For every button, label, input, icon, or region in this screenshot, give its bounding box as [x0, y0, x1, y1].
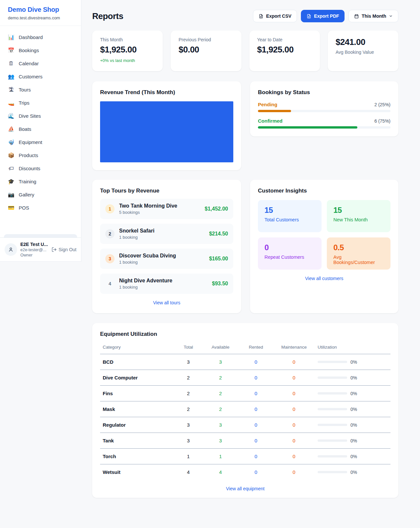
stat-label: Year to Date: [257, 37, 312, 42]
sidebar-item[interactable]: 📅 Bookings: [4, 44, 77, 56]
equipment-total: 1: [175, 449, 202, 464]
insight-tile: 0.5 Avg Bookings/Customer: [327, 237, 390, 270]
tour-list-item[interactable]: 3 Discover Scuba Diving 1 booking $165.0…: [100, 249, 233, 269]
tour-info: Discover Scuba Diving 1 booking: [119, 253, 204, 265]
equipment-total: 3: [175, 354, 202, 370]
sidebar-item[interactable]: 👥 Customers: [4, 71, 77, 83]
tour-list-item[interactable]: 1 Two Tank Morning Dive 5 bookings $1,45…: [100, 199, 233, 219]
sidebar-item[interactable]: 📷 Gallery: [4, 189, 77, 201]
equipment-maintenance: 0: [273, 370, 315, 386]
tour-bookings: 1 booking: [119, 235, 204, 240]
shop-name[interactable]: Demo Dive Shop: [8, 6, 73, 13]
revenue-trend-title: Revenue Trend (This Month): [100, 89, 233, 96]
equipment-available: 2: [202, 370, 239, 386]
user-email: e2e-tester@...: [20, 248, 48, 252]
insight-value: 15: [333, 206, 384, 215]
status-progress-fill: [258, 126, 357, 129]
status-row-header: Pending 2 (25%): [258, 102, 390, 107]
export-csv-button[interactable]: Export CSV: [253, 10, 297, 22]
tour-bookings: 5 bookings: [119, 210, 200, 215]
sidebar-item-label: Dive Sites: [19, 113, 41, 119]
sidebar: Demo Dive Shop demo.test.divestreams.com…: [0, 0, 81, 262]
equipment-maintenance: 0: [273, 433, 315, 449]
sidebar-item[interactable]: 🌊 Dive Sites: [4, 110, 77, 122]
insight-value: 0: [264, 243, 315, 252]
revenue-trend-card: Revenue Trend (This Month): [92, 81, 241, 170]
equipment-utilization-cell: 0%: [315, 386, 390, 401]
tour-rank-badge: 2: [105, 229, 115, 238]
status-count: 6 (75%): [374, 118, 390, 124]
equipment-maintenance: 0: [273, 386, 315, 401]
sign-out-button[interactable]: Sign Out: [52, 247, 76, 252]
utilization-progress-track: [318, 361, 347, 363]
sidebar-item-icon: ⛵: [8, 127, 14, 132]
stat-label: Avg Booking Value: [336, 50, 390, 55]
equipment-table-head: Category Total Available Rented Maintena…: [100, 341, 390, 354]
shop-domain: demo.test.divestreams.com: [8, 15, 73, 20]
equipment-maintenance: 0: [273, 464, 315, 480]
equipment-rented: 0: [239, 449, 273, 464]
sidebar-user-panel: E2E Test U... e2e-tester@... Owner Sign …: [0, 237, 81, 261]
sidebar-item[interactable]: 📊 Dashboard: [4, 31, 77, 43]
sidebar-item[interactable]: ⛵ Boats: [4, 123, 77, 135]
sidebar-item[interactable]: 📦 Products: [4, 149, 77, 161]
view-all-customers-link[interactable]: View all customers: [258, 276, 390, 281]
user-role: Owner: [20, 253, 48, 257]
equipment-utilization-title: Equipment Utilization: [100, 331, 390, 337]
tour-list-item[interactable]: 2 Snorkel Safari 1 booking $214.50: [100, 224, 233, 244]
stat-value: $0.00: [178, 45, 233, 55]
equipment-table-row: BCD 3 3 0 0 0%: [100, 354, 390, 370]
view-all-tours-link[interactable]: View all tours: [100, 300, 233, 305]
tour-list-item[interactable]: 4 Night Dive Adventure 1 booking $93.50: [100, 274, 233, 294]
sidebar-item[interactable]: 🏝 Tours: [4, 84, 77, 96]
sidebar-header: Demo Dive Shop demo.test.divestreams.com: [0, 0, 81, 26]
tour-info: Night Dive Adventure 1 booking: [119, 278, 207, 290]
stat-card-year-to-date: Year to Date $1,925.00: [249, 30, 320, 71]
sidebar-item[interactable]: 💳 POS: [4, 202, 77, 214]
sidebar-item[interactable]: 🎓 Training: [4, 175, 77, 188]
sidebar-item[interactable]: 🚤 Trips: [4, 97, 77, 109]
equipment-utilization-cell: 0%: [315, 464, 390, 480]
utilization-progress-track: [318, 408, 347, 410]
sidebar-item-active-partial[interactable]: [4, 234, 77, 237]
status-count: 2 (25%): [374, 102, 390, 107]
equipment-table-row: Regulator 3 3 0 0 0%: [100, 417, 390, 433]
tour-info: Snorkel Safari 1 booking: [119, 228, 204, 240]
bookings-by-status-card: Bookings by Status Pending 2 (25%): [250, 81, 398, 136]
stat-value: $241.00: [336, 37, 390, 47]
sidebar-item[interactable]: 🗓 Calendar: [4, 57, 77, 70]
equipment-available: 4: [202, 464, 239, 480]
charts-row: Revenue Trend (This Month) Bookings by S…: [92, 81, 398, 170]
file-download-icon: [259, 14, 263, 19]
sidebar-item[interactable]: 🏷 Discounts: [4, 162, 77, 174]
sidebar-item-icon: 🎓: [8, 179, 14, 184]
sidebar-item[interactable]: 🤿 Equipment: [4, 136, 77, 148]
view-all-equipment-link[interactable]: View all equipment: [100, 486, 390, 491]
insight-label: Avg Bookings/Customer: [333, 254, 384, 265]
equipment-table-row: Wetsuit 4 4 0 0 0%: [100, 464, 390, 480]
sidebar-item-label: Customers: [19, 74, 43, 79]
export-pdf-button[interactable]: Export PDF: [301, 10, 345, 22]
equipment-total: 3: [175, 417, 202, 433]
equipment-category: BCD: [100, 354, 175, 370]
equipment-table: Category Total Available Rented Maintena…: [100, 341, 390, 480]
sidebar-item-icon: 📷: [8, 192, 14, 197]
customer-insights-card: Customer Insights 15 Total Customers 15 …: [250, 180, 398, 313]
equipment-rented: 0: [239, 433, 273, 449]
equipment-table-body: BCD 3 3 0 0 0%: [100, 354, 390, 480]
equipment-utilization-cell: 0%: [315, 354, 390, 370]
stat-label: This Month: [100, 37, 155, 42]
avatar: [5, 243, 17, 256]
page-title: Reports: [92, 11, 123, 21]
top-tours-list: 1 Two Tank Morning Dive 5 bookings $1,45…: [100, 199, 233, 294]
utilization-percent: 0%: [350, 375, 357, 380]
sidebar-item-icon: 👥: [8, 74, 14, 79]
utilization-progress-track: [318, 471, 347, 473]
utilization-progress-track: [318, 439, 347, 442]
equipment-category: Dive Computer: [100, 370, 175, 386]
tour-revenue: $93.50: [212, 281, 228, 287]
insight-tile: 15 Total Customers: [258, 200, 322, 232]
insight-value: 0.5: [333, 243, 384, 252]
sidebar-item-label: Equipment: [19, 139, 42, 145]
period-select[interactable]: This Month: [348, 10, 398, 22]
